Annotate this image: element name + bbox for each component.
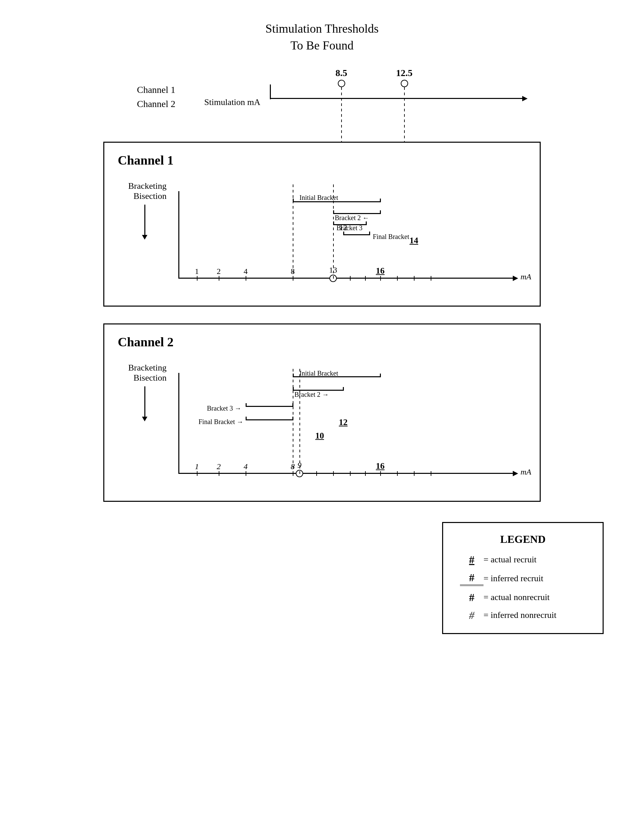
ch2-bracket2-label: Bracket 2 →	[294, 391, 329, 399]
legend-symbol-actual-nonrecruit: #	[460, 591, 483, 604]
threshold-12-5-circle	[401, 80, 408, 87]
threshold-12-5-label: 12.5	[396, 68, 413, 79]
ch2-num-4: 4	[244, 462, 247, 471]
legend-item-actual-recruit: # = actual recruit	[460, 554, 586, 566]
ch2-bracket3-label: Bracket 3 →	[207, 405, 241, 412]
ch2-num-10: 10	[315, 431, 324, 441]
legend-symbol-inferred-recruit: #	[460, 571, 483, 586]
ch1-num-2: 2	[217, 267, 221, 276]
ch1-num-16: 16	[376, 266, 385, 276]
legend-item-inferred-nonrecruit: # = inferred nonrecruit	[460, 609, 586, 622]
ch2-bisection-label: BracketingBisection	[123, 363, 167, 383]
threshold-8-5-label: 8.5	[336, 68, 347, 79]
legend-symbol-inferred-nonrecruit: #	[460, 609, 483, 622]
legend-text-inferred-recruit: = inferred recruit	[483, 573, 543, 584]
ch2-label: Channel 2	[137, 98, 175, 109]
ch1-bracket3-label: Bracket 3	[336, 224, 362, 232]
ch2-final-bracket-label: Final Bracket →	[198, 418, 243, 426]
ch1-final-bracket	[343, 234, 370, 235]
channel1-title: Channel 1	[118, 153, 523, 167]
ch1-axis-ma: mA	[521, 272, 531, 281]
stim-label: Stimulation mA	[204, 97, 261, 107]
ch1-final-bracket-label: Final Bracket	[373, 233, 409, 241]
ch2-bracket3	[246, 406, 293, 407]
ch1-num-4: 4	[244, 267, 247, 276]
ch2-num-1: 1	[195, 462, 199, 471]
legend-title: LEGEND	[460, 533, 586, 546]
channel2-diagram: Channel 2 BracketingBisection mA 1 2 4	[103, 323, 541, 502]
top-diagram: Channel 1 Channel 2 Stimulation mA 8.5 1…	[137, 68, 507, 121]
legend-container: LEGEND # = actual recruit # = inferred r…	[442, 522, 604, 634]
ch2-num-12: 12	[339, 417, 347, 427]
ch1-bisection-label: BracketingBisection	[123, 181, 167, 201]
ch1-num-1: 1	[195, 267, 199, 276]
legend-symbol-actual-recruit: #	[460, 554, 483, 566]
legend-item-inferred-recruit: # = inferred recruit	[460, 571, 586, 586]
page-title: Stimulation Thresholds To Be Found	[265, 20, 379, 54]
legend-item-actual-nonrecruit: # = actual nonrecruit	[460, 591, 586, 604]
ch1-num-14: 14	[410, 236, 418, 246]
ch2-initial-bracket-label: Initial Bracket	[300, 369, 338, 377]
threshold-8-5-circle	[338, 80, 345, 87]
ch2-axis-ma: mA	[521, 468, 531, 476]
channel2-title: Channel 2	[118, 335, 523, 350]
ch2-final-bracket	[246, 419, 293, 420]
legend-box: LEGEND # = actual recruit # = inferred r…	[442, 522, 604, 634]
legend-text-inferred-nonrecruit: = inferred nonrecruit	[483, 610, 557, 620]
legend-text-actual-recruit: = actual recruit	[483, 555, 537, 565]
ch2-dashed-9	[300, 366, 300, 474]
ch2-num-16: 16	[376, 461, 385, 471]
ch2-num-2: 2	[217, 462, 221, 471]
ch1-initial-bracket-label: Initial Bracket	[300, 194, 338, 202]
channel1-diagram: Channel 1 BracketingBisection mA 1 2	[103, 142, 541, 307]
ch1-bracket2-label: Bracket 2 ←	[335, 214, 369, 222]
legend-text-actual-nonrecruit: = actual nonrecruit	[483, 592, 550, 602]
ch1-label: Channel 1	[137, 84, 175, 95]
